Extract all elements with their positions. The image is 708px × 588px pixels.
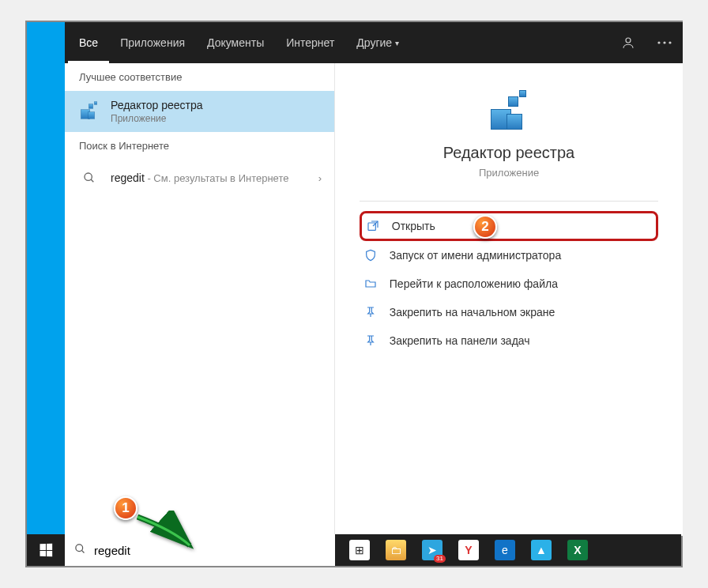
regedit-icon <box>79 101 100 122</box>
account-icon[interactable] <box>610 22 646 63</box>
more-options-icon[interactable] <box>646 22 683 63</box>
chevron-right-icon: › <box>318 172 322 184</box>
action-admin-label: Запуск от имени администратора <box>390 249 561 262</box>
results-list: Лучшее соответствие Редактор реестра При… <box>65 63 335 536</box>
result-title: Редактор реестра <box>111 99 203 111</box>
chevron-down-icon: ▾ <box>395 39 399 47</box>
action-open-location[interactable]: Перейти к расположению файла <box>360 270 658 298</box>
shield-icon <box>363 247 378 263</box>
taskbar-app-edge[interactable]: e <box>487 534 523 566</box>
tab-all[interactable]: Все <box>68 22 109 63</box>
tab-documents[interactable]: Документы <box>196 22 275 63</box>
svg-point-2 <box>663 41 665 43</box>
taskbar-app-yandex[interactable]: Y <box>450 534 487 566</box>
preview-subtitle: Приложение <box>479 167 539 179</box>
open-icon <box>365 218 381 234</box>
result-text: Редактор реестра Приложение <box>111 99 203 124</box>
result-web-search[interactable]: regedit - См. результаты в Интернете › <box>65 160 334 196</box>
search-icon <box>79 168 100 188</box>
action-pin-taskbar[interactable]: Закрепить на панели задач <box>360 326 658 355</box>
result-regedit[interactable]: Редактор реестра Приложение <box>65 91 334 132</box>
windows-logo-icon <box>40 544 52 557</box>
tab-more-label: Другие <box>356 36 392 49</box>
svg-line-5 <box>91 179 93 182</box>
tab-more[interactable]: Другие▾ <box>345 22 410 63</box>
annotation-step-1: 1 <box>114 496 137 520</box>
action-list: Открыть Запуск от имени администратора П… <box>360 211 658 355</box>
annotated-frame: Все Приложения Документы Интернет Другие… <box>25 21 683 567</box>
taskbar-app-telegram[interactable]: ➤31 <box>414 534 450 566</box>
tab-internet[interactable]: Интернет <box>275 22 345 63</box>
svg-point-4 <box>85 173 92 180</box>
web-result-text: regedit - См. результаты в Интернете <box>111 172 288 184</box>
tab-apps[interactable]: Приложения <box>109 22 196 63</box>
folder-icon <box>363 276 378 292</box>
search-input[interactable] <box>94 544 326 557</box>
pin-icon <box>363 333 378 349</box>
taskbar-app-explorer[interactable]: 🗀 <box>378 534 414 566</box>
search-content: Лучшее соответствие Редактор реестра При… <box>65 63 683 536</box>
desktop-left-accent <box>27 22 65 566</box>
action-pin-start-label: Закрепить на начальном экране <box>390 306 555 318</box>
action-open-label: Открыть <box>392 220 435 232</box>
action-open[interactable]: Открыть <box>360 211 658 241</box>
annotation-step-2: 2 <box>473 215 497 239</box>
web-suffix: - См. результаты в Интернете <box>145 172 289 184</box>
taskbar-app-excel[interactable]: X <box>559 534 596 566</box>
taskbar-app-store[interactable]: ⊞ <box>341 534 378 566</box>
svg-point-0 <box>626 38 631 43</box>
svg-line-8 <box>81 550 84 552</box>
divider <box>360 201 658 202</box>
preview-title: Редактор реестра <box>443 144 574 162</box>
action-location-label: Перейти к расположению файла <box>390 277 558 290</box>
action-pin-taskbar-label: Закрепить на панели задач <box>390 334 530 347</box>
section-web: Поиск в Интернете <box>65 132 334 160</box>
search-icon <box>74 543 86 557</box>
section-best-match: Лучшее соответствие <box>65 63 334 91</box>
notification-badge: 31 <box>434 555 446 563</box>
action-run-admin[interactable]: Запуск от имени администратора <box>360 241 658 270</box>
annotation-arrow-1 <box>130 511 201 561</box>
web-query: regedit <box>111 172 145 184</box>
pin-icon <box>363 304 378 320</box>
preview-app-icon <box>488 90 530 133</box>
search-scope-tabs: Все Приложения Документы Интернет Другие… <box>65 22 683 63</box>
svg-point-3 <box>668 41 671 43</box>
preview-pane: Редактор реестра Приложение Открыть <box>335 63 683 536</box>
taskbar: ⊞ 🗀 ➤31 Y e ▲ X <box>27 534 681 566</box>
taskbar-app-photos[interactable]: ▲ <box>523 534 559 566</box>
svg-point-1 <box>657 41 660 43</box>
start-button[interactable] <box>27 534 65 566</box>
taskbar-pinned-apps: ⊞ 🗀 ➤31 Y e ▲ X <box>341 534 596 566</box>
svg-point-7 <box>76 545 83 552</box>
action-pin-start[interactable]: Закрепить на начальном экране <box>360 298 658 326</box>
search-results-panel: Все Приложения Документы Интернет Другие… <box>65 22 683 536</box>
result-subtitle: Приложение <box>111 113 203 124</box>
